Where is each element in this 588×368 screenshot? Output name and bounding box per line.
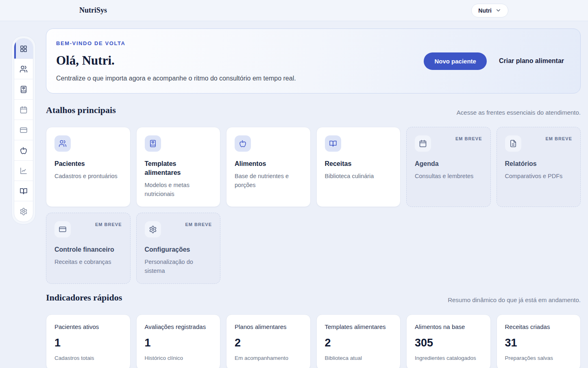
shortcut-card-templates-alimentares[interactable]: Templates alimentaresModelos e metas nut… (136, 127, 221, 207)
sidebar-item-alimentos[interactable] (14, 140, 33, 161)
calendar-icon (419, 139, 427, 148)
shortcut-card-receitas[interactable]: ReceitasBiblioteca culinária (316, 127, 401, 207)
shortcut-title: Configurações (145, 245, 212, 254)
indicator-card-planos-alimentares: Planos alimentares2Em acompanhamento (226, 314, 311, 368)
chevron-down-icon (495, 7, 501, 13)
coming-soon-badge: EM BREVE (546, 136, 572, 141)
open-book-icon (329, 139, 337, 148)
welcome-eyebrow: BEM-VINDO DE VOLTA (56, 40, 424, 46)
credit-card-icon (59, 225, 67, 233)
icon-tile (145, 135, 161, 152)
users-icon (20, 65, 28, 73)
shortcut-card-controle-financeiro: EM BREVEControle financeiroReceitas e co… (46, 213, 131, 284)
sidebar-item-pacientes[interactable] (14, 59, 33, 79)
indicator-sublabel: Em acompanhamento (235, 355, 302, 362)
new-patient-button[interactable]: Novo paciente (424, 52, 487, 70)
shortcut-subtitle: Comparativos e PDFs (505, 172, 573, 181)
indicator-value: 1 (145, 336, 212, 349)
shortcuts-title: Atalhos principais (46, 105, 116, 116)
shortcut-title: Controle financeiro (54, 245, 122, 254)
user-menu-button[interactable]: Nutri (471, 4, 508, 17)
app-logo: NutriSys (79, 6, 107, 15)
sidebar-nav (14, 38, 33, 222)
indicator-label: Templates alimentares (325, 323, 392, 331)
shortcut-card-configuracoes: EM BREVEConfiguraçõesPersonalização do s… (136, 213, 221, 284)
shortcut-card-relatorios: EM BREVERelatóriosComparativos e PDFs (497, 127, 581, 207)
indicator-label: Avaliações registradas (145, 323, 212, 331)
shortcut-card-agenda: EM BREVEAgendaConsultas e lembretes (406, 127, 491, 207)
indicator-value: 2 (325, 336, 392, 349)
coming-soon-badge: EM BREVE (185, 222, 212, 227)
sidebar (11, 36, 36, 224)
apple-icon (239, 139, 247, 148)
top-bar: NutriSys Nutri (0, 0, 588, 21)
shortcut-title: Receitas (325, 159, 392, 168)
indicator-sublabel: Biblioteca atual (325, 355, 392, 362)
sidebar-item-configuracoes[interactable] (14, 201, 33, 222)
apple-icon (20, 146, 28, 155)
gear-icon (20, 207, 28, 216)
shortcuts-header: Atalhos principais Acesse as frentes ess… (46, 105, 581, 116)
indicator-card-pacientes-ativos: Pacientes ativos1Cadastros totais (46, 314, 131, 368)
shortcut-subtitle: Modelos e metas nutricionais (145, 181, 212, 198)
shortcut-subtitle: Base de nutrientes e porções (235, 172, 302, 189)
credit-card-icon (20, 126, 28, 134)
shortcuts-grid: PacientesCadastros e prontuáriosTemplate… (46, 127, 581, 284)
indicator-sublabel: Ingredientes catalogados (415, 355, 482, 362)
shortcut-subtitle: Personalização do sistema (145, 257, 212, 275)
indicator-sublabel: Preparações salvas (505, 355, 573, 362)
indicators-title: Indicadores rápidos (46, 292, 122, 303)
create-meal-plan-button[interactable]: Criar plano alimentar (499, 57, 564, 65)
shortcut-title: Templates alimentares (145, 159, 212, 177)
shortcut-title: Relatórios (505, 159, 573, 168)
icon-tile (505, 135, 521, 152)
icon-tile (54, 135, 71, 152)
indicator-label: Pacientes ativos (54, 323, 122, 331)
shortcut-subtitle: Cadastros e prontuários (54, 172, 122, 181)
sidebar-item-relatorios[interactable] (14, 161, 33, 181)
shortcut-card-alimentos[interactable]: AlimentosBase de nutrientes e porções (226, 127, 311, 207)
sidebar-item-agenda[interactable] (14, 100, 33, 120)
welcome-banner-text: BEM-VINDO DE VOLTA Olá, Nutri. Centraliz… (56, 40, 424, 82)
gear-icon (149, 225, 157, 233)
welcome-actions: Novo paciente Criar plano alimentar (424, 52, 564, 70)
shortcut-title: Agenda (415, 159, 482, 168)
sidebar-item-templates[interactable] (14, 79, 33, 100)
indicators-header: Indicadores rápidos Resumo dinâmico do q… (46, 292, 581, 303)
coming-soon-badge: EM BREVE (95, 222, 122, 227)
indicator-value: 2 (235, 336, 302, 349)
shortcut-card-pacientes[interactable]: PacientesCadastros e prontuários (46, 127, 131, 207)
icon-tile (235, 135, 251, 152)
indicator-label: Alimentos na base (415, 323, 482, 331)
indicator-sublabel: Histórico clínico (145, 355, 212, 362)
indicators-hint: Resumo dinâmico do que já está em andame… (448, 296, 581, 303)
welcome-subtitle: Centralize o que importa agora e acompan… (56, 75, 424, 82)
coming-soon-badge: EM BREVE (455, 136, 482, 141)
book-heart-icon (149, 139, 157, 148)
indicator-value: 1 (54, 336, 122, 349)
calendar-icon (20, 106, 28, 114)
icon-tile (145, 221, 161, 237)
indicator-label: Planos alimentares (235, 323, 302, 331)
indicator-card-templates-alimentares: Templates alimentares2Biblioteca atual (316, 314, 401, 368)
sidebar-item-receitas[interactable] (14, 181, 33, 201)
users-icon (59, 139, 67, 148)
dashboard-grid-icon (20, 45, 28, 53)
book-heart-icon (20, 85, 28, 94)
indicator-card-receitas-criadas: Receitas criadas31Preparações salvas (497, 314, 581, 368)
welcome-banner: BEM-VINDO DE VOLTA Olá, Nutri. Centraliz… (46, 28, 581, 94)
shortcut-subtitle: Biblioteca culinária (325, 172, 392, 181)
shortcut-subtitle: Consultas e lembretes (415, 172, 482, 181)
icon-tile (54, 221, 71, 237)
shortcut-title: Alimentos (235, 159, 302, 168)
welcome-title: Olá, Nutri. (56, 53, 424, 68)
icon-tile (415, 135, 431, 152)
sidebar-item-dashboard[interactable] (14, 39, 33, 59)
indicator-label: Receitas criadas (505, 323, 573, 331)
indicator-value: 305 (415, 336, 482, 349)
icon-tile (325, 135, 341, 152)
shortcut-title: Pacientes (54, 159, 122, 168)
shortcuts-hint: Acesse as frentes essenciais do atendime… (457, 109, 581, 116)
sidebar-item-financeiro[interactable] (14, 120, 33, 140)
indicator-sublabel: Cadastros totais (54, 355, 122, 362)
